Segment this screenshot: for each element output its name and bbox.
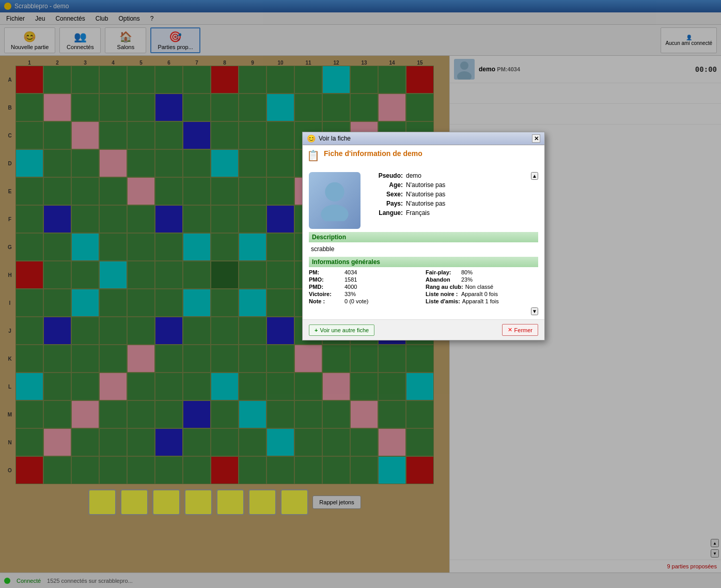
rang-value: Non classé bbox=[465, 284, 493, 290]
fermer-button[interactable]: ✕ Fermer bbox=[502, 324, 538, 336]
stat-pmd: PMD: 4000 bbox=[309, 284, 421, 290]
fermer-icon: ✕ bbox=[508, 327, 512, 333]
pmo-label: PMO: bbox=[309, 276, 342, 283]
info-langue: Langue: Français bbox=[367, 209, 523, 216]
info-pays: Pays: N'autorise pas bbox=[367, 200, 523, 207]
note-label: Note : bbox=[309, 298, 342, 304]
modal-titlebar: 😊 Voir la fiche ✕ bbox=[303, 132, 544, 145]
pays-label: Pays: bbox=[367, 200, 403, 207]
description-section-header: Description bbox=[309, 232, 538, 242]
sexe-label: Sexe: bbox=[367, 191, 403, 198]
fiche-info: Pseudo: demo Age: N'autorise pas Sexe: N… bbox=[367, 172, 523, 229]
abandon-label: Abandon bbox=[426, 276, 459, 283]
liste-amis-label: Liste d'amis: bbox=[426, 298, 460, 304]
pm-label: PM: bbox=[309, 269, 342, 275]
info-sexe: Sexe: N'autorise pas bbox=[367, 191, 523, 198]
fiche-content: Pseudo: demo Age: N'autorise pas Sexe: N… bbox=[309, 172, 538, 229]
rang-label: Rang au club: bbox=[426, 284, 463, 290]
pseudo-label: Pseudo: bbox=[367, 172, 403, 179]
modal-title-icon: 😊 bbox=[307, 134, 316, 143]
langue-value: Français bbox=[406, 209, 430, 216]
note-value: 0 (0 vote) bbox=[344, 298, 368, 304]
voir-autre-fiche-button[interactable]: + Voir une autre fiche bbox=[309, 324, 374, 336]
stat-pmo: PMO: 1581 bbox=[309, 276, 421, 283]
fiche-modal: 😊 Voir la fiche ✕ 📋 Fiche d'information … bbox=[302, 132, 545, 341]
stat-pm: PM: 4034 bbox=[309, 269, 421, 275]
voir-plus-icon: + bbox=[315, 327, 318, 333]
infos-section-header: Informations générales bbox=[309, 257, 538, 267]
stat-abandon: Abandon 23% bbox=[426, 276, 538, 283]
voir-btn-label: Voir une autre fiche bbox=[320, 327, 369, 333]
pmd-label: PMD: bbox=[309, 284, 342, 290]
modal-scroll-down-button[interactable]: ▼ bbox=[531, 307, 538, 315]
modal-scroll-down-area: ▼ bbox=[309, 307, 538, 315]
modal-header-title: Fiche d'information de demo bbox=[324, 149, 422, 158]
langue-label: Langue: bbox=[367, 209, 403, 216]
stat-fairplay: Fair-play: 80% bbox=[426, 269, 538, 275]
fairplay-value: 80% bbox=[461, 269, 473, 275]
pseudo-value: demo bbox=[406, 172, 421, 179]
pmd-value: 4000 bbox=[344, 284, 357, 290]
pmo-value: 1581 bbox=[344, 276, 357, 283]
pm-value: 4034 bbox=[344, 269, 357, 275]
stat-liste-noire: Liste noire : Apparaît 0 fois bbox=[426, 291, 538, 297]
fermer-btn-label: Fermer bbox=[514, 327, 532, 333]
stat-rang: Rang au club: Non classé bbox=[426, 284, 538, 290]
age-label: Age: bbox=[367, 181, 403, 189]
modal-scroll-up: ▲ bbox=[529, 172, 538, 229]
victoire-value: 33% bbox=[344, 291, 356, 297]
fairplay-label: Fair-play: bbox=[426, 269, 459, 275]
svg-point-3 bbox=[321, 205, 348, 221]
liste-noire-value: Apparaît 0 fois bbox=[461, 291, 498, 297]
stat-victoire: Victoire: 33% bbox=[309, 291, 421, 297]
modal-scroll-up-button[interactable]: ▲ bbox=[531, 172, 538, 180]
modal-footer: + Voir une autre fiche ✕ Fermer bbox=[303, 319, 544, 340]
modal-body: Pseudo: demo Age: N'autorise pas Sexe: N… bbox=[303, 168, 544, 319]
modal-title-text: Voir la fiche bbox=[319, 135, 529, 142]
liste-noire-label: Liste noire : bbox=[426, 291, 459, 297]
modal-close-button[interactable]: ✕ bbox=[532, 134, 540, 143]
info-pseudo: Pseudo: demo bbox=[367, 172, 523, 179]
info-age: Age: N'autorise pas bbox=[367, 181, 523, 189]
svg-point-2 bbox=[325, 182, 344, 202]
sexe-value: N'autorise pas bbox=[406, 191, 445, 198]
stat-note: Note : 0 (0 vote) bbox=[309, 298, 421, 304]
fiche-avatar bbox=[309, 172, 360, 229]
stat-liste-amis: Liste d'amis: Apparaît 1 fois bbox=[426, 298, 538, 304]
liste-amis-value: Apparaît 1 fois bbox=[462, 298, 499, 304]
stats-grid: PM: 4034 Fair-play: 80% PMO: 1581 Abando… bbox=[309, 269, 538, 304]
age-value: N'autorise pas bbox=[406, 181, 445, 189]
victoire-label: Victoire: bbox=[309, 291, 342, 297]
pays-value: N'autorise pas bbox=[406, 200, 445, 207]
modal-header: 📋 Fiche d'information de demo bbox=[303, 145, 544, 168]
description-text: scrabble bbox=[309, 244, 538, 254]
abandon-value: 23% bbox=[461, 276, 473, 283]
